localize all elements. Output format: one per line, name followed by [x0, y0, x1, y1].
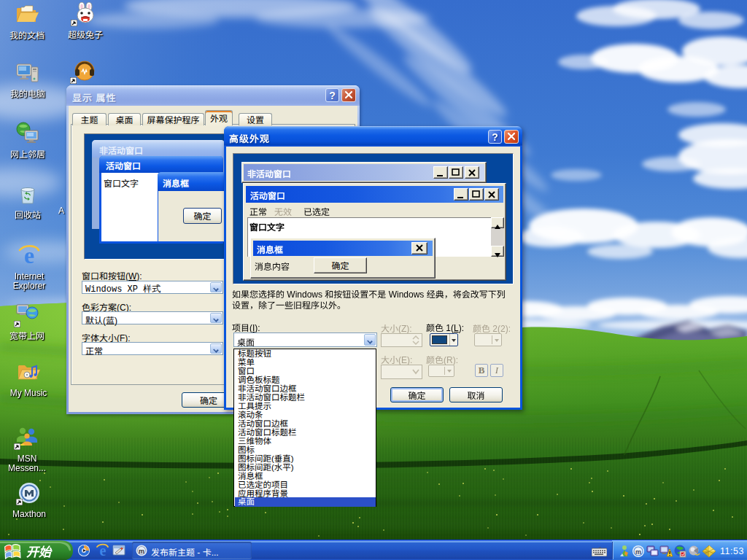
svg-text:开始: 开始	[26, 542, 53, 560]
svg-text:m: m	[635, 548, 641, 556]
svg-text:m: m	[139, 548, 144, 555]
